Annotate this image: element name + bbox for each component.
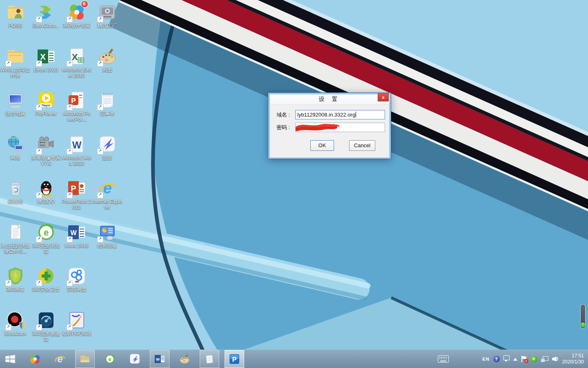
camcorder-icon [36, 135, 56, 154]
word-2010-icon: W [67, 135, 87, 154]
edge-accelerator-widget[interactable] [580, 304, 586, 329]
folder-icon [79, 353, 91, 365]
start-button[interactable] [0, 350, 20, 368]
input-help-icon[interactable]: ? [493, 356, 500, 362]
desktop-icon-360-software-manager[interactable]: 6 360软件管家 [61, 2, 92, 45]
svg-text:W: W [70, 229, 77, 236]
cancel-button[interactable]: Cancel [349, 140, 375, 151]
shortcut-arrow-icon [36, 280, 42, 286]
taskbar-pinwheel-app[interactable] [25, 350, 45, 368]
icon-label: 这台电脑 [0, 111, 31, 117]
shortcut-arrow-icon [97, 61, 103, 67]
domain-label: 域名 : [276, 111, 295, 119]
shortcut-arrow-icon [36, 236, 42, 242]
dialog-title: 设 置 [270, 94, 389, 104]
shortcut-arrow-icon [97, 148, 103, 155]
desktop-icon-potplayer[interactable]: Player PotPlayer [31, 90, 61, 133]
recycle-bin-icon [6, 178, 25, 198]
desktop-icon-tencent-qq[interactable]: 腾讯QQ [31, 178, 61, 221]
volume-tray-icon[interactable] [552, 356, 559, 362]
folder-person-icon [6, 2, 25, 22]
desktop-icon-recycle-bin[interactable]: 回收站 [0, 178, 31, 221]
desktop-icon-excel-2013[interactable]: X Excel 2013 [31, 47, 61, 89]
taskbar-file-explorer[interactable] [75, 350, 95, 368]
close-icon[interactable]: x [378, 93, 389, 101]
window-restore-icon[interactable] [503, 355, 510, 360]
password-visible-text: 2008 [312, 123, 324, 132]
desktop-icon-baidu-netdisk[interactable]: 百度网盘 [61, 266, 92, 309]
shortcut-arrow-icon [67, 236, 73, 242]
taskbar-notepad[interactable] [200, 350, 219, 368]
desktop-icon-win81-shared-folder[interactable]: Win8.1共享文件夹 [0, 47, 31, 89]
language-indicator[interactable]: EN [482, 357, 489, 361]
desktop-icon-word-2013[interactable]: W Word 2013 [61, 222, 92, 265]
svg-text:P: P [71, 184, 76, 193]
desktop-icon-deepfreeze[interactable]: 冰点还原快捷键Ctrl+S... [0, 222, 31, 265]
clock[interactable]: 17:51 2020/1/30 [562, 353, 584, 365]
icon-label: 回收站 [0, 199, 31, 204]
show-hidden-icons-chevron[interactable] [513, 356, 517, 361]
desktop-icon-poss[interactable]: POSS [0, 2, 31, 45]
desktop-icon-360-speedtest[interactable]: 360宽带测速器 [31, 310, 61, 353]
desktop-icon-this-pc[interactable]: 这台电脑 [0, 90, 31, 133]
ok-button[interactable]: OK [310, 140, 334, 151]
desktop-icon-powerpoint-2010[interactable]: P Microsoft PowerPoi... [61, 90, 92, 133]
desktop-icon-xunlei[interactable]: 迅雷 [92, 135, 122, 177]
potplayer-p-icon: P [228, 353, 241, 365]
desktop-icon-internet-explorer[interactable]: e Internet Explorer [92, 178, 122, 221]
excel-2010-icon: X [67, 47, 87, 66]
svg-text:W: W [72, 139, 81, 150]
desktop-icon-360-browser[interactable]: e 360安全浏览器 [31, 222, 61, 265]
desktop-icon-paint[interactable]: 画图 [92, 47, 122, 89]
icon-label: 360宽带测速器 [31, 331, 61, 342]
icon-label: 360软件管家 [61, 23, 92, 29]
desktop-icon-notepad[interactable]: 记事本 [92, 90, 122, 133]
desktop-icon-format-factory[interactable]: 格式工厂 [92, 2, 122, 45]
word-icon: W [154, 353, 165, 365]
desktop-icon-360-antivirus[interactable]: 360杀毒 [0, 266, 31, 309]
shortcut-arrow-icon [36, 324, 42, 330]
desktop-icon-360-safe[interactable]: 360安全卫士 [31, 266, 61, 309]
desktop-icon-powerpoint-2013[interactable]: P PowerPoint 2013 [61, 178, 92, 221]
shortcut-arrow-icon [67, 148, 73, 155]
desktop-icon-network[interactable]: 网络 [0, 135, 31, 177]
network-tray-icon[interactable] [541, 356, 548, 362]
notepad-icon [98, 90, 117, 110]
action-center-flag-icon[interactable]: x [521, 356, 527, 362]
taskbar-potplayer[interactable]: P [225, 350, 244, 368]
svg-text:P: P [71, 97, 76, 105]
desktop-icon-control-panel[interactable]: 控制面板 [92, 222, 122, 265]
notepad-icon [204, 354, 215, 364]
desktop-icon-excel-2010[interactable]: X Microsoft Excel 2010 [61, 47, 92, 89]
taskbar-xunlei[interactable] [125, 350, 145, 368]
shortcut-arrow-icon [36, 148, 42, 155]
desktop-icon-bandicam[interactable]: Bandicam [0, 310, 31, 353]
desktop-icon-foxit-pdf[interactable]: 福昕PDF阅读 [61, 310, 92, 353]
control-panel-icon [98, 222, 117, 242]
360-tray-icon[interactable]: + [530, 356, 537, 363]
domain-input[interactable]: lyb11292008.in.3322.org [295, 110, 385, 119]
desktop-icon-word-2010[interactable]: W Microsoft Word 2010 [61, 135, 92, 177]
taskbar-360-browser[interactable]: e [100, 350, 120, 368]
taskbar-internet-explorer[interactable]: e [50, 350, 70, 368]
icon-label: Excel 2013 [31, 67, 61, 73]
potplayer-icon: Player [36, 90, 56, 110]
icon-label: Microsoft Word 2010 [61, 155, 92, 166]
baidu-pan-icon [67, 266, 87, 286]
svg-text:W: W [156, 357, 160, 361]
desktop-icon-screen-recorder[interactable]: 屏幕录像专家V7.5 [31, 135, 61, 177]
shortcut-arrow-icon [67, 61, 73, 67]
qq-penguin-icon [36, 178, 56, 198]
desktop-icon-easyconnect[interactable]: EasyConn... [31, 2, 61, 45]
icon-label: Internet Explorer [92, 199, 122, 210]
icon-label: Win8.1共享文件夹 [0, 67, 31, 79]
password-input[interactable]: 2008 [295, 123, 385, 132]
settings-dialog: 设 置 x 域名 : lyb11292008.in.3322.org 密码 : … [268, 92, 391, 159]
touch-keyboard-icon[interactable] [438, 355, 449, 363]
notification-badge: 6 [81, 0, 88, 8]
text-caret [356, 112, 356, 117]
paint-palette-icon [179, 353, 190, 365]
icon-label: 360杀毒 [0, 287, 31, 292]
taskbar-word[interactable]: W [150, 350, 169, 368]
taskbar-paint[interactable] [175, 350, 194, 368]
